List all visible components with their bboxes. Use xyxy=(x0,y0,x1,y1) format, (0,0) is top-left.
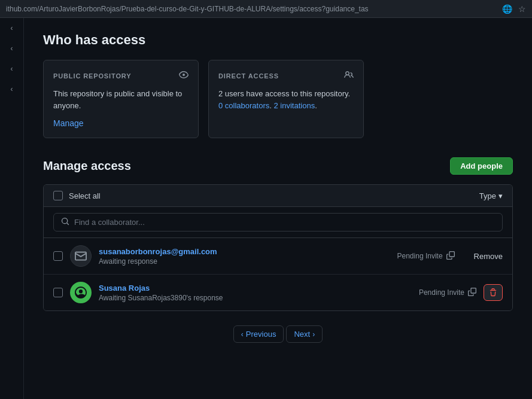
sidebar-chevron-3[interactable]: ‹ xyxy=(11,65,13,73)
type-filter[interactable]: Type ▾ xyxy=(479,191,503,200)
user-avatar xyxy=(70,282,92,303)
sidebar: ‹ ‹ ‹ ‹ xyxy=(0,18,24,399)
search-input[interactable] xyxy=(74,218,495,227)
row-info-2: Susana Rojas Awaiting SusanaRojas3890's … xyxy=(99,284,412,302)
public-repo-label: PUBLIC REPOSITORY xyxy=(53,72,131,80)
type-label: Type xyxy=(479,191,496,200)
row-name-1: susanaborbonrojas@gmail.com xyxy=(99,247,390,256)
sidebar-chevron-4[interactable]: ‹ xyxy=(11,85,13,93)
email-avatar xyxy=(70,245,92,267)
row-checkbox-2[interactable] xyxy=(53,288,63,297)
search-icon xyxy=(61,217,69,227)
row-info-1: susanaborbonrojas@gmail.com Awaiting res… xyxy=(99,247,390,266)
add-people-button[interactable]: Add people xyxy=(450,157,513,175)
manage-link[interactable]: Manage xyxy=(53,118,84,128)
direct-access-card: DIRECT ACCESS 2 users have access to thi… xyxy=(208,60,364,138)
search-container xyxy=(53,213,503,232)
public-repo-card: PUBLIC REPOSITORY This repository is pub… xyxy=(43,60,199,138)
select-all-area: Select all xyxy=(53,191,101,200)
public-repo-body: This repository is public and visible to… xyxy=(53,88,189,111)
table-row: susanaborbonrojas@gmail.com Awaiting res… xyxy=(44,238,512,275)
row-status-1: Pending Invite xyxy=(397,251,455,261)
pagination: ‹ Previous Next › xyxy=(43,325,513,343)
search-bar-row xyxy=(44,207,512,238)
table-row-2: Susana Rojas Awaiting SusanaRojas3890's … xyxy=(44,275,512,310)
card-header-public: PUBLIC REPOSITORY xyxy=(53,70,189,82)
direct-access-body: 2 users have access to this repository. … xyxy=(218,88,354,111)
row-subtext-1: Awaiting response xyxy=(99,257,390,266)
manage-access-header: Manage access Add people xyxy=(43,157,513,175)
row-checkbox-1[interactable] xyxy=(53,251,63,261)
eye-icon xyxy=(179,70,189,82)
main-content: Who has access PUBLIC REPOSITORY This re… xyxy=(24,18,532,399)
copy-icon-2[interactable] xyxy=(468,288,476,298)
table-header: Select all Type ▾ xyxy=(44,185,512,207)
sidebar-chevron-1[interactable]: ‹ xyxy=(11,24,13,32)
translate-icon[interactable]: 🌐 xyxy=(502,4,512,14)
card-header-direct: DIRECT ACCESS xyxy=(218,70,354,82)
access-cards: PUBLIC REPOSITORY This repository is pub… xyxy=(43,60,513,138)
collaborators-link[interactable]: 0 collaborators xyxy=(218,101,269,110)
invitations-link[interactable]: 2 invitations xyxy=(274,101,315,110)
previous-button[interactable]: ‹ Previous xyxy=(233,325,284,343)
layout: ‹ ‹ ‹ ‹ Who has access PUBLIC REPOSITORY xyxy=(0,18,532,399)
select-all-label: Select all xyxy=(69,191,101,200)
sidebar-chevron-2[interactable]: ‹ xyxy=(11,44,13,53)
copy-icon-1[interactable] xyxy=(446,251,455,261)
browser-bar: ithub.com/ArturoJavierBorbonRojas/Prueba… xyxy=(0,0,532,18)
star-icon[interactable]: ☆ xyxy=(518,4,526,14)
access-table: Select all Type ▾ xyxy=(43,184,513,311)
manage-access-title: Manage access xyxy=(43,159,131,173)
type-dropdown-icon: ▾ xyxy=(498,191,503,200)
row-status-2: Pending Invite xyxy=(419,288,476,298)
direct-access-label: DIRECT ACCESS xyxy=(218,72,279,80)
url-bar: ithub.com/ArturoJavierBorbonRojas/Prueba… xyxy=(6,5,502,13)
remove-action-1[interactable]: Remove xyxy=(474,252,503,261)
row-subtext-2: Awaiting SusanaRojas3890's response xyxy=(99,294,412,302)
next-button[interactable]: Next › xyxy=(286,325,323,343)
who-has-access-title: Who has access xyxy=(43,32,513,48)
delete-button-2[interactable] xyxy=(484,284,503,301)
left-arrow-icon: ‹ xyxy=(241,330,244,339)
right-arrow-icon: › xyxy=(312,330,315,339)
people-icon xyxy=(344,70,354,82)
row-name-2: Susana Rojas xyxy=(99,284,412,293)
select-all-checkbox[interactable] xyxy=(53,191,63,200)
